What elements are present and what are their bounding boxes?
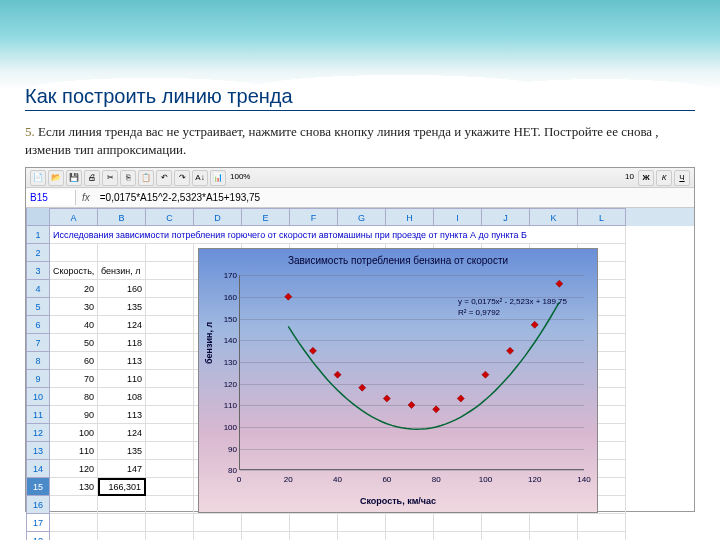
row-header-11[interactable]: 11 (26, 406, 50, 424)
row-header-10[interactable]: 10 (26, 388, 50, 406)
cell[interactable]: 90 (50, 406, 98, 424)
col-header-K[interactable]: K (530, 208, 578, 226)
cell[interactable] (50, 496, 98, 514)
col-header-I[interactable]: I (434, 208, 482, 226)
col-header-B[interactable]: B (98, 208, 146, 226)
cell[interactable]: 20 (50, 280, 98, 298)
row-header-4[interactable]: 4 (26, 280, 50, 298)
new-doc-icon[interactable]: 📄 (30, 170, 46, 186)
redo-icon[interactable]: ↷ (174, 170, 190, 186)
cell[interactable]: 147 (98, 460, 146, 478)
cell[interactable] (434, 514, 482, 532)
cell[interactable]: 113 (98, 406, 146, 424)
cell[interactable] (146, 388, 194, 406)
cell[interactable]: 108 (98, 388, 146, 406)
cell[interactable] (338, 532, 386, 540)
italic-icon[interactable]: К (656, 170, 672, 186)
cell[interactable]: 110 (50, 442, 98, 460)
col-header-A[interactable]: A (50, 208, 98, 226)
cell[interactable] (194, 514, 242, 532)
row-header-16[interactable]: 16 (26, 496, 50, 514)
undo-icon[interactable]: ↶ (156, 170, 172, 186)
cell[interactable] (98, 514, 146, 532)
row-header-17[interactable]: 17 (26, 514, 50, 532)
cell[interactable] (194, 532, 242, 540)
cell[interactable]: 118 (98, 334, 146, 352)
cells-area[interactable]: Зависимость потребления бензина от скоро… (50, 226, 694, 540)
cell[interactable] (146, 496, 194, 514)
cell[interactable] (578, 532, 626, 540)
bold-icon[interactable]: Ж (638, 170, 654, 186)
cell[interactable] (146, 442, 194, 460)
cell[interactable]: 135 (98, 442, 146, 460)
cell[interactable]: 100 (50, 424, 98, 442)
cell[interactable] (146, 532, 194, 540)
cell[interactable] (434, 532, 482, 540)
col-header-L[interactable]: L (578, 208, 626, 226)
cell[interactable] (290, 532, 338, 540)
cell[interactable] (50, 514, 98, 532)
cell[interactable]: 135 (98, 298, 146, 316)
col-header-C[interactable]: C (146, 208, 194, 226)
cell[interactable] (578, 514, 626, 532)
cell[interactable] (98, 244, 146, 262)
cell[interactable]: 50 (50, 334, 98, 352)
cell[interactable]: 110 (98, 370, 146, 388)
row-header-15[interactable]: 15 (26, 478, 50, 496)
cell[interactable]: 70 (50, 370, 98, 388)
paste-icon[interactable]: 📋 (138, 170, 154, 186)
cell[interactable]: 120 (50, 460, 98, 478)
row-header-8[interactable]: 8 (26, 352, 50, 370)
open-icon[interactable]: 📂 (48, 170, 64, 186)
cell[interactable] (386, 532, 434, 540)
cell[interactable]: 130 (50, 478, 98, 496)
row-header-18[interactable]: 18 (26, 532, 50, 540)
formula-input[interactable]: =0,0175*A15^2-2,5323*A15+193,75 (96, 190, 694, 205)
cell[interactable]: 160 (98, 280, 146, 298)
cell[interactable] (50, 532, 98, 540)
col-header-G[interactable]: G (338, 208, 386, 226)
sort-icon[interactable]: A↓ (192, 170, 208, 186)
cell[interactable]: 113 (98, 352, 146, 370)
cell[interactable] (98, 496, 146, 514)
cell[interactable]: 80 (50, 388, 98, 406)
font-size-display[interactable]: 10 (623, 170, 636, 186)
cell[interactable] (146, 262, 194, 280)
row-header-3[interactable]: 3 (26, 262, 50, 280)
cell[interactable] (482, 532, 530, 540)
cell[interactable]: Скорость, км.час (50, 262, 98, 280)
cell[interactable] (338, 514, 386, 532)
cell[interactable] (146, 334, 194, 352)
row-header-1[interactable]: 1 (26, 226, 50, 244)
cell[interactable] (146, 406, 194, 424)
cell[interactable] (146, 478, 194, 496)
cell[interactable]: Исследования зависимости потребления гор… (50, 226, 626, 244)
cut-icon[interactable]: ✂ (102, 170, 118, 186)
cell-name-box[interactable]: B15 (26, 190, 76, 205)
col-header-E[interactable]: E (242, 208, 290, 226)
cell[interactable]: 166,301 (98, 478, 146, 496)
cell[interactable] (242, 514, 290, 532)
row-header-6[interactable]: 6 (26, 316, 50, 334)
row-header-7[interactable]: 7 (26, 334, 50, 352)
cell[interactable] (146, 424, 194, 442)
cell[interactable] (242, 532, 290, 540)
cell[interactable] (50, 244, 98, 262)
copy-icon[interactable]: ⎘ (120, 170, 136, 186)
cell[interactable] (146, 280, 194, 298)
cell[interactable]: бензин, л (98, 262, 146, 280)
cell[interactable] (146, 514, 194, 532)
cell[interactable] (386, 514, 434, 532)
cell[interactable] (146, 370, 194, 388)
row-header-2[interactable]: 2 (26, 244, 50, 262)
col-header-J[interactable]: J (482, 208, 530, 226)
cell[interactable] (290, 514, 338, 532)
cell[interactable] (146, 460, 194, 478)
cell[interactable] (98, 532, 146, 540)
cell[interactable] (146, 298, 194, 316)
col-header-D[interactable]: D (194, 208, 242, 226)
fx-label[interactable]: fx (76, 192, 96, 203)
row-header-9[interactable]: 9 (26, 370, 50, 388)
cell[interactable] (146, 352, 194, 370)
row-header-13[interactable]: 13 (26, 442, 50, 460)
